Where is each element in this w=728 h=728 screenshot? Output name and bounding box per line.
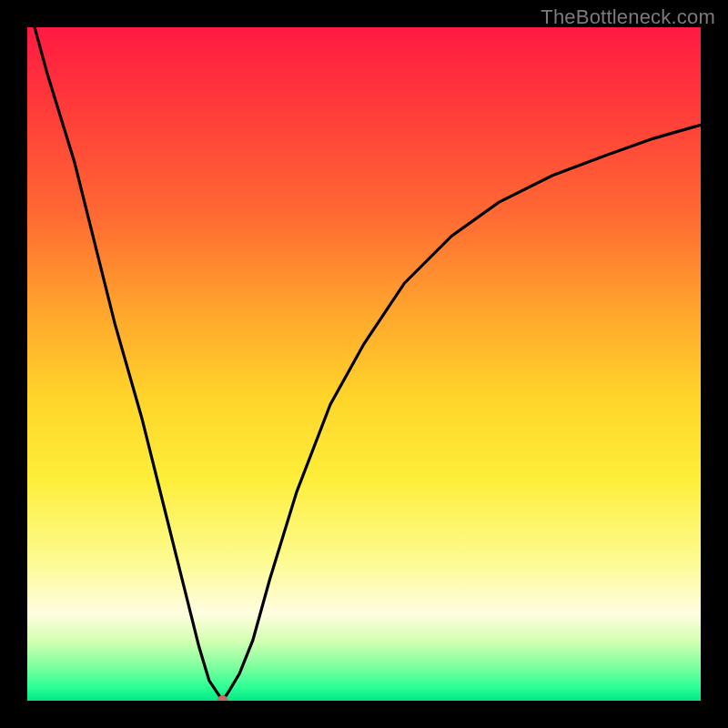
plot-area: [27, 27, 701, 701]
watermark-text: TheBottleneck.com: [541, 5, 715, 29]
bottleneck-curve: [27, 27, 701, 701]
curve-path: [27, 27, 701, 701]
chart-frame: TheBottleneck.com: [0, 0, 728, 728]
